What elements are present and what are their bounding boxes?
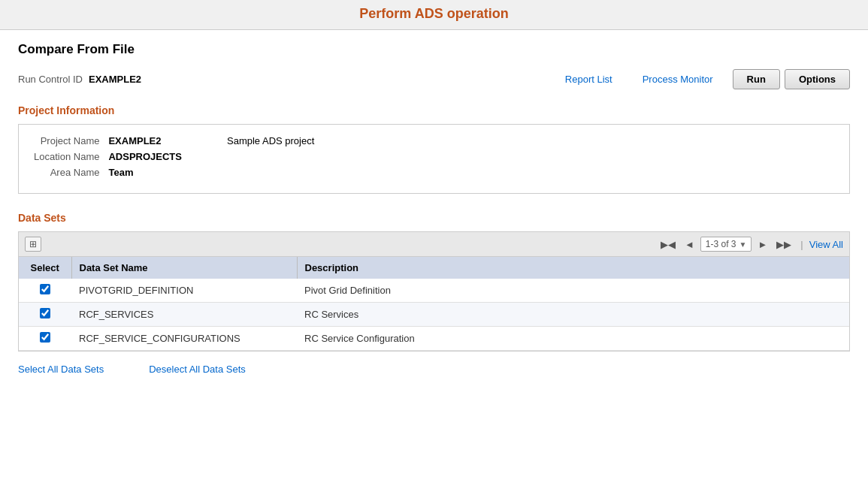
location-name-desc	[227, 151, 314, 167]
data-sets-section: Data Sets ⊞ ▶◀ ◄ 1-3 of 3 ▼ ► ▶▶ | View …	[18, 212, 850, 375]
row-dataset-name: PIVOTGRID_DEFINITION	[71, 279, 297, 303]
pagination-dropdown-icon[interactable]: ▼	[739, 240, 747, 249]
row-description: RC Service Configuration	[297, 327, 849, 351]
location-name-row: Location Name ADSPROJECTS	[34, 151, 314, 167]
row-description: RC Services	[297, 303, 849, 327]
next-page-button[interactable]: ►	[755, 237, 770, 252]
first-page-button[interactable]: ▶◀	[658, 237, 679, 252]
area-name-row: Area Name Team	[34, 167, 314, 183]
table-header-row: Select Data Set Name Description	[19, 257, 849, 279]
deselect-all-link[interactable]: Deselect All Data Sets	[149, 364, 246, 375]
options-button[interactable]: Options	[785, 69, 850, 89]
project-name-row: Project Name EXAMPLE2 Sample ADS project	[34, 135, 314, 151]
table-row: RCF_SERVICESRC Services	[19, 303, 849, 327]
view-all-link[interactable]: View All	[809, 239, 843, 250]
data-sets-table: Select Data Set Name Description PIVOTGR…	[19, 257, 849, 351]
project-name-desc: Sample ADS project	[227, 135, 314, 151]
column-select: Select	[19, 257, 71, 279]
run-button[interactable]: Run	[733, 69, 780, 89]
run-control-links: Report List Process Monitor	[565, 74, 713, 85]
data-sets-table-container: ⊞ ▶◀ ◄ 1-3 of 3 ▼ ► ▶▶ | View All	[18, 231, 850, 352]
area-name-value: Team	[108, 167, 227, 183]
area-name-desc	[227, 167, 314, 183]
data-sets-title: Data Sets	[18, 212, 850, 224]
report-list-link[interactable]: Report List	[565, 74, 612, 85]
table-row: PIVOTGRID_DEFINITIONPivot Grid Definitio…	[19, 279, 849, 303]
row-dataset-name: RCF_SERVICE_CONFIGURATIONS	[71, 327, 297, 351]
select-all-link[interactable]: Select All Data Sets	[18, 364, 104, 375]
run-control-value: EXAMPLE2	[89, 74, 141, 85]
row-select-cell	[19, 303, 71, 327]
project-name-label: Project Name	[34, 135, 108, 151]
row-select-cell	[19, 279, 71, 303]
process-monitor-link[interactable]: Process Monitor	[643, 74, 713, 85]
bottom-links: Select All Data Sets Deselect All Data S…	[18, 359, 850, 375]
run-control-label: Run Control ID	[18, 74, 83, 85]
row-select-cell	[19, 327, 71, 351]
prev-page-button[interactable]: ◄	[682, 237, 697, 252]
project-info-title: Project Information	[18, 104, 850, 116]
row-dataset-name: RCF_SERVICES	[71, 303, 297, 327]
page-header-title: Perform ADS operation	[0, 6, 868, 22]
row-checkbox[interactable]	[40, 284, 50, 294]
pagination-display[interactable]: 1-3 of 3 ▼	[700, 237, 752, 252]
location-name-value: ADSPROJECTS	[108, 151, 227, 167]
column-name: Data Set Name	[71, 257, 297, 279]
table-toolbar: ⊞ ▶◀ ◄ 1-3 of 3 ▼ ► ▶▶ | View All	[19, 232, 849, 257]
page-content: Compare From File Run Control ID EXAMPLE…	[0, 30, 868, 495]
area-name-label: Area Name	[34, 167, 108, 183]
pagination-separator: |	[800, 239, 803, 250]
page-header: Perform ADS operation	[0, 0, 868, 30]
location-name-label: Location Name	[34, 151, 108, 167]
page-title: Compare From File	[18, 42, 850, 57]
project-info-table: Project Name EXAMPLE2 Sample ADS project…	[34, 135, 314, 183]
project-name-value: EXAMPLE2	[108, 135, 227, 151]
row-checkbox[interactable]	[40, 332, 50, 343]
table-grid-icon[interactable]: ⊞	[25, 237, 41, 252]
run-control-row: Run Control ID EXAMPLE2 Report List Proc…	[18, 69, 850, 89]
pagination-text: 1-3 of 3	[706, 239, 736, 249]
project-info-box: Project Name EXAMPLE2 Sample ADS project…	[18, 124, 850, 194]
row-checkbox[interactable]	[40, 308, 50, 318]
pagination: ▶◀ ◄ 1-3 of 3 ▼ ► ▶▶ | View All	[658, 237, 843, 252]
column-description: Description	[297, 257, 849, 279]
last-page-button[interactable]: ▶▶	[773, 237, 794, 252]
table-row: RCF_SERVICE_CONFIGURATIONSRC Service Con…	[19, 327, 849, 351]
row-description: Pivot Grid Definition	[297, 279, 849, 303]
